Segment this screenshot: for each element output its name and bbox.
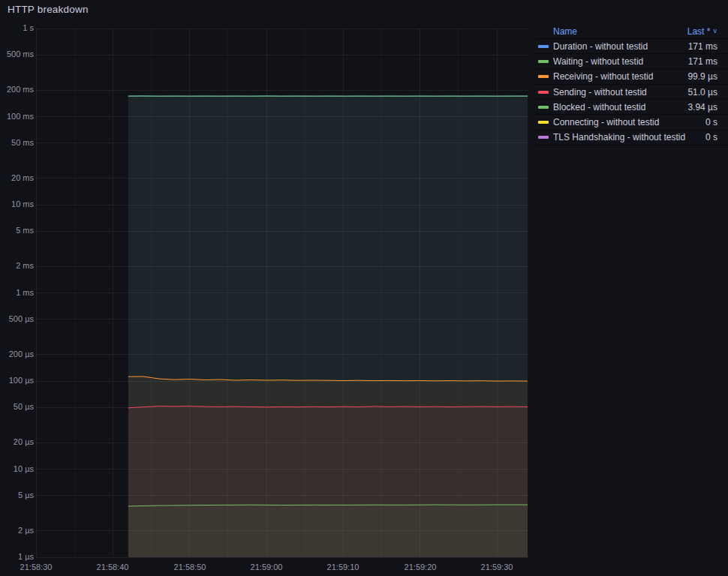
y-axis-label: 100 ms <box>0 112 34 122</box>
y-axis-label: 20 ms <box>0 173 34 183</box>
y-axis-label: 500 ms <box>0 50 34 59</box>
series-name[interactable]: Connecting - without testid <box>553 117 699 128</box>
legend-row[interactable]: TLS Handshaking - without testid0 s <box>535 130 728 146</box>
legend-row[interactable]: Receiving - without testid99.9 µs <box>535 70 728 85</box>
legend-header-last[interactable]: Last * ∨ <box>687 26 717 37</box>
series-color-swatch[interactable] <box>538 75 549 78</box>
legend-row[interactable]: Connecting - without testid0 s <box>535 115 728 130</box>
y-axis-label: 50 µs <box>0 402 34 412</box>
y-axis-label: 10 ms <box>0 200 34 209</box>
series-name[interactable]: Duration - without testid <box>553 41 682 52</box>
legend-body: Duration - without testid171 msWaiting -… <box>535 39 728 146</box>
series-color-swatch[interactable] <box>538 121 549 124</box>
y-axis-label: 50 ms <box>0 138 34 148</box>
series-color-swatch[interactable] <box>538 60 549 63</box>
series-last-value: 171 ms <box>688 41 717 52</box>
y-axis-label: 5 ms <box>0 226 34 236</box>
series-name[interactable]: Receiving - without testid <box>553 71 681 82</box>
grafana-panel: HTTP breakdown 1 s500 ms200 ms100 ms50 m… <box>0 0 728 576</box>
y-axis-label: 1 ms <box>0 288 34 298</box>
legend-row[interactable]: Duration - without testid171 ms <box>535 39 728 54</box>
legend-row[interactable]: Waiting - without testid171 ms <box>535 54 728 69</box>
series-name[interactable]: TLS Handshaking - without testid <box>553 132 699 142</box>
y-axis-label: 2 ms <box>0 261 34 271</box>
x-axis-label: 21:58:40 <box>97 562 129 572</box>
series-last-value: 99.9 µs <box>687 71 717 82</box>
y-axis-label: 200 µs <box>0 350 34 359</box>
series-last-value: 0 s <box>705 117 717 128</box>
series-color-swatch[interactable] <box>538 45 549 48</box>
y-axis-label: 500 µs <box>0 314 34 324</box>
y-axis-label: 2 µs <box>0 526 34 536</box>
series-color-swatch[interactable] <box>538 91 549 94</box>
chevron-down-icon: ∨ <box>712 28 717 34</box>
x-axis-label: 21:59:20 <box>405 562 437 572</box>
legend-table: Name Last * ∨ Duration - without testid1… <box>535 24 728 146</box>
x-axis-label: 21:59:30 <box>481 562 513 572</box>
y-axis-label: 20 µs <box>0 437 34 447</box>
series-name[interactable]: Blocked - without testid <box>553 102 681 112</box>
series-last-value: 171 ms <box>688 56 717 67</box>
y-axis-label: 1 s <box>0 23 34 33</box>
x-axis-label: 21:58:50 <box>174 562 206 572</box>
y-axis-label: 200 ms <box>0 85 34 94</box>
legend-header-name[interactable]: Name <box>553 26 577 37</box>
legend-row[interactable]: Sending - without testid51.0 µs <box>535 85 728 100</box>
series-fill-4 <box>128 505 528 557</box>
series-name[interactable]: Sending - without testid <box>553 87 681 98</box>
series-color-swatch[interactable] <box>538 136 549 139</box>
x-axis-label: 21:59:10 <box>327 562 359 572</box>
legend-header-last-label: Last * <box>687 26 711 37</box>
series-color-swatch[interactable] <box>538 106 549 109</box>
series-last-value: 3.94 µs <box>687 102 717 112</box>
legend-row[interactable]: Blocked - without testid3.94 µs <box>535 100 728 115</box>
y-axis-label: 1 µs <box>0 552 34 562</box>
series-name[interactable]: Waiting - without testid <box>553 56 682 67</box>
y-axis-label: 5 µs <box>0 490 34 500</box>
y-axis-label: 10 µs <box>0 464 34 474</box>
x-axis-label: 21:58:30 <box>20 562 53 572</box>
series-last-value: 51.0 µs <box>687 87 717 98</box>
x-axis-label: 21:59:00 <box>251 562 283 572</box>
legend-header: Name Last * ∨ <box>535 24 728 39</box>
series-last-value: 0 s <box>705 132 717 142</box>
y-axis-label: 100 µs <box>0 376 34 386</box>
